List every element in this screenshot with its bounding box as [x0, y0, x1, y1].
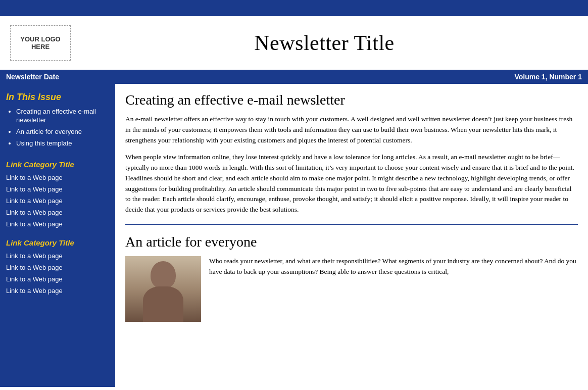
article-2-title: An article for everyone: [125, 234, 578, 250]
web-link-1-4[interactable]: Link to a Web page: [6, 209, 63, 216]
article-divider: [125, 224, 578, 225]
article-link-2[interactable]: An article for everyone: [16, 128, 82, 135]
date-bar: Newsletter Date Volume 1, Number 1: [0, 70, 588, 84]
web-link-1-2[interactable]: Link to a Web page: [6, 185, 63, 193]
article-2: An article for everyone Who reads your n…: [125, 234, 578, 277]
link-category-title-2: Link Category Title: [6, 238, 109, 247]
web-link-2-1[interactable]: Link to a Web page: [6, 252, 63, 260]
list-item[interactable]: Link to a Web page: [6, 184, 109, 193]
article-2-image: [125, 256, 201, 322]
web-link-2-2[interactable]: Link to a Web page: [6, 264, 63, 271]
list-item[interactable]: An article for everyone: [16, 128, 109, 136]
logo-text: YOUR LOGO HERE: [11, 35, 70, 51]
in-this-issue-heading: In This Issue: [6, 92, 109, 103]
list-item[interactable]: Link to a Web page: [6, 286, 109, 295]
sidebar-links-2: Link to a Web page Link to a Web page Li…: [6, 251, 109, 295]
list-item[interactable]: Using this template: [16, 139, 109, 148]
web-link-1-5[interactable]: Link to a Web page: [6, 220, 63, 228]
article-1-title: Creating an effective e-mail newsletter: [125, 92, 578, 108]
list-item[interactable]: Link to a Web page: [6, 251, 109, 260]
web-link-2-3[interactable]: Link to a Web page: [6, 275, 63, 283]
person-photo: [125, 256, 201, 322]
list-item[interactable]: Link to a Web page: [6, 208, 109, 217]
list-item[interactable]: Link to a Web page: [6, 219, 109, 228]
in-this-issue-list: Creating an effective e-mail newsletter …: [6, 108, 109, 148]
list-item[interactable]: Link to a Web page: [6, 263, 109, 272]
list-item[interactable]: Link to a Web page: [6, 196, 109, 205]
article-link-1[interactable]: Creating an effective e-mail newsletter: [16, 108, 96, 124]
top-bar: [0, 0, 588, 16]
header: YOUR LOGO HERE Newsletter Title: [0, 16, 588, 70]
main-content: In This Issue Creating an effective e-ma…: [0, 84, 588, 387]
list-item[interactable]: Creating an effective e-mail newsletter: [16, 108, 109, 125]
newsletter-date: Newsletter Date: [6, 73, 59, 81]
articles-section: Creating an effective e-mail newsletter …: [115, 84, 588, 387]
newsletter-title: Newsletter Title: [71, 31, 578, 55]
logo-placeholder: YOUR LOGO HERE: [10, 25, 71, 61]
web-link-1-3[interactable]: Link to a Web page: [6, 197, 63, 205]
link-category-title-1: Link Category Title: [6, 160, 109, 169]
article-link-3[interactable]: Using this template: [16, 139, 72, 147]
article-1-para-1: An e-mail newsletter offers an effective…: [125, 114, 578, 146]
sidebar-links-1: Link to a Web page Link to a Web page Li…: [6, 173, 109, 228]
web-link-2-4[interactable]: Link to a Web page: [6, 287, 63, 295]
newsletter-volume: Volume 1, Number 1: [514, 73, 582, 81]
web-link-1-1[interactable]: Link to a Web page: [6, 174, 63, 181]
sidebar: In This Issue Creating an effective e-ma…: [0, 84, 115, 387]
article-1-para-2: When people view information online, the…: [125, 152, 578, 216]
list-item[interactable]: Link to a Web page: [6, 173, 109, 182]
list-item[interactable]: Link to a Web page: [6, 274, 109, 283]
